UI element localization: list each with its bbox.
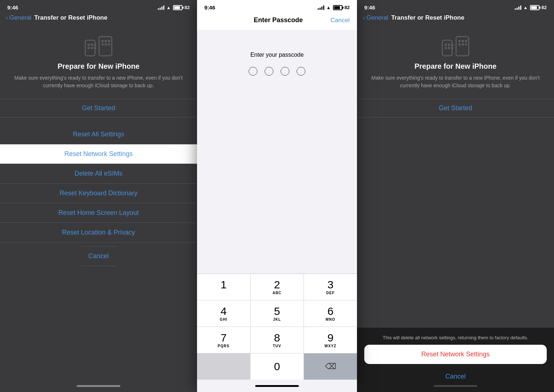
get-started-button[interactable]: Get Started — [0, 99, 197, 117]
delete-key[interactable]: ⌫ — [304, 353, 357, 380]
key-6[interactable]: 6 MNO — [304, 300, 357, 327]
key-7-letters: PQRS — [218, 344, 229, 348]
center-battery-icon — [333, 5, 342, 10]
transfer-desc: Make sure everything's ready to transfer… — [11, 74, 186, 89]
key-9[interactable]: 9 WXYZ — [304, 327, 357, 353]
left-status-icons: ▲ 82 — [158, 5, 190, 10]
key-8-number: 8 — [274, 332, 280, 343]
left-back-label: General — [9, 14, 31, 21]
key-5-number: 5 — [274, 306, 280, 317]
key-6-number: 6 — [328, 306, 334, 317]
left-home-indicator — [0, 380, 197, 392]
key-5[interactable]: 5 JKL — [250, 300, 304, 327]
key-empty — [197, 353, 250, 380]
left-transfer-area: Prepare for New iPhone Make sure everyth… — [0, 25, 197, 99]
key-9-number: 9 — [328, 332, 334, 343]
center-battery-level: 82 — [345, 5, 350, 10]
right-transfer-title: Prepare for New iPhone — [414, 62, 497, 71]
key-8[interactable]: 8 TUV — [250, 327, 304, 353]
reset-keyboard-dictionary[interactable]: Reset Keyboard Dictionary — [0, 184, 197, 203]
left-nav-bar: ‹ General Transfer or Reset iPhone — [0, 13, 197, 25]
right-back-label: General — [366, 14, 388, 21]
key-0-number: 0 — [274, 361, 280, 372]
right-phone-icon-large — [455, 36, 469, 56]
reset-location-privacy[interactable]: Reset Location & Privacy — [0, 223, 197, 243]
left-back-button[interactable]: ‹ General — [6, 14, 31, 21]
right-panel: 9:46 ▲ 82 ‹ General Transfer or Reset iP… — [357, 0, 554, 392]
delete-all-esims[interactable]: Delete All eSIMs — [0, 164, 197, 184]
right-bottom-overlay: This will delete all network settings, r… — [357, 328, 554, 392]
passcode-title: Enter Passcode — [254, 16, 303, 24]
right-phone-icon-small — [442, 40, 453, 56]
key-5-letters: JKL — [273, 317, 281, 321]
right-back-button[interactable]: ‹ General — [363, 14, 388, 21]
phone-icon-small — [85, 40, 96, 56]
key-7[interactable]: 7 PQRS — [197, 327, 250, 353]
left-panel: 9:46 ▲ 82 ‹ General Transfer or Reset iP… — [0, 0, 197, 392]
key-1-number: 1 — [221, 279, 227, 290]
right-battery-level: 82 — [542, 5, 547, 10]
key-9-letters: WXYZ — [325, 344, 337, 348]
reset-options-list: Reset All Settings Reset Network Setting… — [0, 125, 197, 243]
transfer-icon-group — [85, 36, 112, 56]
passcode-prompt: Enter your passcode — [250, 52, 304, 58]
transfer-title: Prepare for New iPhone — [57, 62, 140, 71]
key-3[interactable]: 3 DEF — [304, 274, 357, 300]
passcode-dots — [249, 67, 305, 76]
center-home-indicator — [197, 380, 357, 392]
reset-home-screen[interactable]: Reset Home Screen Layout — [0, 203, 197, 223]
key-8-letters: TUV — [273, 344, 281, 348]
left-content-area: Prepare for New iPhone Make sure everyth… — [0, 25, 197, 380]
passcode-nav: Enter Passcode Cancel — [197, 13, 357, 30]
key-2[interactable]: 2 ABC — [250, 274, 304, 300]
passcode-cancel-button[interactable]: Cancel — [330, 17, 350, 24]
wifi-icon: ▲ — [166, 5, 171, 10]
passcode-dot-4 — [297, 67, 305, 76]
overlay-reset-button[interactable]: Reset Network Settings — [364, 345, 547, 364]
right-wifi-icon: ▲ — [523, 5, 528, 10]
cancel-button-left[interactable]: Cancel — [81, 246, 116, 266]
right-time: 9:46 — [364, 4, 375, 11]
key-6-letters: MNO — [326, 317, 335, 321]
center-signal-icon — [318, 5, 324, 10]
passcode-dot-1 — [249, 67, 257, 76]
keypad: 1 2 ABC 3 DEF 4 GHI 5 JKL 6 MNO 7 PQRS — [197, 273, 357, 380]
right-battery-icon — [530, 5, 539, 10]
right-status-bar: 9:46 ▲ 82 — [357, 0, 554, 13]
key-1-letters — [223, 291, 224, 295]
right-transfer-desc: Make sure everything's ready to transfer… — [368, 74, 543, 89]
passcode-dot-3 — [281, 67, 289, 76]
right-signal-icon — [515, 5, 521, 10]
reset-network-settings[interactable]: Reset Network Settings — [0, 144, 197, 164]
signal-icon — [158, 5, 164, 10]
right-transfer-area: Prepare for New iPhone Make sure everyth… — [357, 25, 554, 99]
passcode-dot-2 — [265, 67, 273, 76]
key-3-number: 3 — [328, 279, 334, 290]
key-0[interactable]: 0 — [250, 353, 304, 380]
right-transfer-icon-group — [442, 36, 469, 56]
overlay-description: This will delete all network settings, r… — [364, 335, 547, 340]
key-2-number: 2 — [274, 279, 280, 290]
left-status-bar: 9:46 ▲ 82 — [0, 0, 197, 13]
right-status-icons: ▲ 82 — [515, 5, 547, 10]
center-status-icons: ▲ 82 — [318, 5, 350, 10]
key-4-letters: GHI — [220, 317, 228, 321]
key-7-number: 7 — [221, 332, 227, 343]
right-get-started-button[interactable]: Get Started — [357, 99, 554, 117]
overlay-cancel-button[interactable]: Cancel — [364, 368, 547, 385]
battery-icon — [173, 5, 182, 10]
left-page-title: Transfer or Reset iPhone — [34, 14, 107, 21]
key-1[interactable]: 1 — [197, 274, 250, 300]
right-page-title: Transfer or Reset iPhone — [391, 14, 464, 21]
chevron-left-icon: ‹ — [6, 14, 8, 21]
key-3-letters: DEF — [326, 291, 335, 295]
delete-icon: ⌫ — [325, 362, 336, 371]
key-2-letters: ABC — [273, 291, 282, 295]
right-content-area: Prepare for New iPhone Make sure everyth… — [357, 25, 554, 380]
center-status-bar: 9:46 ▲ 82 — [197, 0, 357, 13]
passcode-content: Enter your passcode — [197, 30, 357, 273]
reset-all-settings[interactable]: Reset All Settings — [0, 125, 197, 144]
key-4[interactable]: 4 GHI — [197, 300, 250, 327]
center-panel: 9:46 ▲ 82 Enter Passcode Cancel Enter yo… — [197, 0, 357, 392]
center-time: 9:46 — [204, 4, 215, 11]
